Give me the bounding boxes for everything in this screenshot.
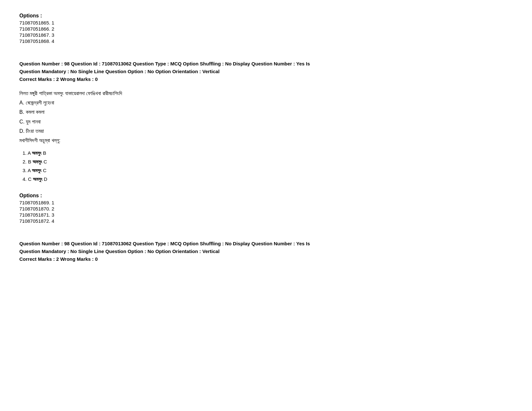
meta-line2-second: Question Mandatory : No Single Line Ques…	[19, 249, 220, 254]
meta-line1-first: Question Number : 98 Question Id : 71087…	[19, 61, 310, 66]
options-label-mid: Options :	[19, 193, 513, 199]
question-text-first: লিলত মঙ্গুরী পাত্রিকা অমসুং যাকায়েরালদা…	[19, 89, 513, 98]
answer-choice-3: 3. A অমসুং C	[23, 167, 513, 174]
divider-2	[19, 186, 513, 193]
q-option-a: A. ৰেজেন্দ্রগী লুহেংবা	[19, 98, 513, 107]
meta-line2-first: Question Mandatory : No Single Line Ques…	[19, 69, 220, 74]
divider-3	[19, 233, 513, 240]
option-item-7: 71087051871. 3	[19, 212, 513, 218]
answer-choices-first: 1. A অমসুং B 2. B অমসুং C 3. A অমসুং C 4…	[23, 149, 513, 183]
q-option-c: C. যুম পানবা	[19, 117, 513, 126]
question-98-second-section: Question Number : 98 Question Id : 71087…	[19, 240, 513, 263]
options-label-top: Options :	[19, 13, 513, 19]
meta-line1-second: Question Number : 98 Question Id : 71087…	[19, 241, 310, 246]
option-item-4: 71087051868. 4	[19, 38, 513, 44]
answer-choice-1: 1. A অমসুং B	[23, 149, 513, 157]
answer-choice-4: 4. C অমসুং D	[23, 175, 513, 183]
question-footer-first: মখাগীসিদগী অচুম্বা খল্লু:	[19, 136, 513, 145]
option-item-1: 71087051865. 1	[19, 20, 513, 25]
option-item-2: 71087051866. 2	[19, 26, 513, 32]
question-meta-first: Question Number : 98 Question Id : 71087…	[19, 60, 513, 83]
option-item-3: 71087051867. 3	[19, 32, 513, 38]
q-option-b: B. কমলা কমলা	[19, 108, 513, 116]
option-item-6: 71087051870. 2	[19, 206, 513, 211]
option-item-5: 71087051869. 1	[19, 200, 513, 205]
answer-choice-2: 2. B অমসুং C	[23, 158, 513, 166]
meta-line3-second: Correct Marks : 2 Wrong Marks : 0	[19, 256, 98, 262]
option-item-8: 71087051872. 4	[19, 218, 513, 224]
divider-1	[19, 54, 513, 60]
question-98-first-section: Question Number : 98 Question Id : 71087…	[19, 60, 513, 224]
top-options-section: Options : 71087051865. 1 71087051866. 2 …	[19, 13, 513, 44]
meta-line3-first: Correct Marks : 2 Wrong Marks : 0	[19, 76, 98, 82]
q-option-d: D. চীংয়া তময়া	[19, 127, 513, 135]
question-meta-second: Question Number : 98 Question Id : 71087…	[19, 240, 513, 263]
question-body-first: লিলত মঙ্গুরী পাত্রিকা অমসুং যাকায়েরালদা…	[19, 89, 513, 145]
